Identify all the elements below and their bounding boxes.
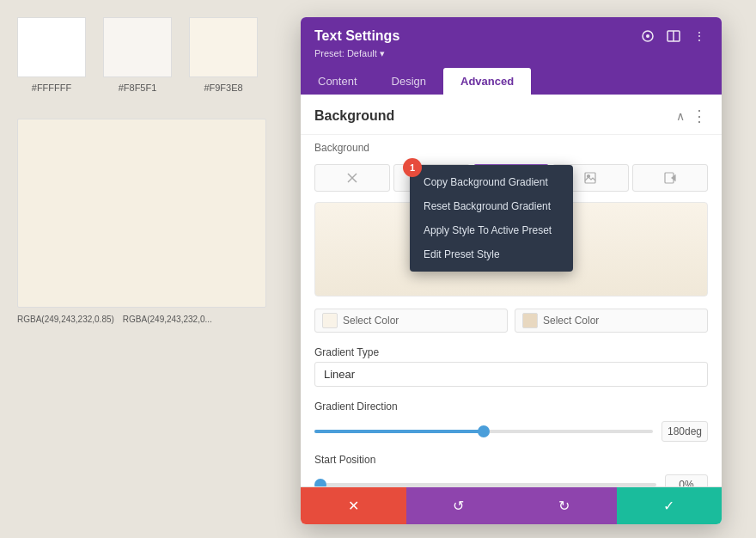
large-swatch-label-1: RGBA(249,243,232,0.85)	[17, 315, 114, 324]
gradient-direction-track[interactable]	[314, 430, 653, 433]
panel-icon-layout[interactable]	[665, 28, 682, 45]
start-position-track[interactable]	[314, 483, 656, 486]
color-stops-row: Select Color Select Color	[301, 302, 722, 339]
section-controls: ∧ ⋮	[676, 107, 708, 125]
context-item-edit[interactable]: Edit Preset Style	[410, 242, 573, 266]
panel-icon-group: ⋮	[639, 28, 708, 45]
start-position-thumb[interactable]	[314, 479, 326, 486]
tab-content[interactable]: Content	[301, 68, 375, 95]
swatch-row-top: #FFFFFF #F8F5F1 #F9F3E8	[17, 17, 275, 93]
section-title: Background	[314, 108, 394, 124]
panel-icon-settings[interactable]	[639, 28, 656, 45]
svg-marker-11	[672, 175, 675, 180]
color-stop-2[interactable]: Select Color	[515, 309, 708, 333]
swatch-box-f9f3e8	[189, 17, 258, 77]
gradient-direction-fill	[314, 430, 484, 433]
start-position-row: Start Position	[301, 447, 722, 466]
swatch-box-white	[17, 17, 86, 77]
panel-icon-more[interactable]: ⋮	[691, 28, 708, 45]
bg-type-video[interactable]	[632, 164, 708, 192]
tab-advanced[interactable]: Advanced	[443, 68, 531, 95]
large-swatch-area: RGBA(249,243,232,0.85) RGBA(249,243,232,…	[17, 119, 275, 324]
background-label: Background	[301, 135, 722, 159]
start-position-slider-row: 0%	[301, 469, 722, 486]
swatch-item-f8f5f1[interactable]: #F8F5F1	[103, 17, 172, 93]
context-menu-badge: 1	[403, 158, 422, 177]
gradient-direction-slider-row: 180deg	[301, 416, 722, 447]
svg-point-1	[646, 34, 649, 38]
color-swatch-mini-2	[522, 313, 538, 328]
gradient-type-select[interactable]: Linear Radial	[314, 362, 708, 387]
gradient-direction-label: Gradient Direction	[314, 400, 708, 413]
large-swatch-box	[17, 119, 266, 308]
color-stop-1[interactable]: Select Color	[314, 309, 508, 333]
more-options-icon[interactable]: ⋮	[692, 107, 708, 125]
color-stop-label-1: Select Color	[343, 315, 399, 327]
section-header: Background ∧ ⋮	[301, 95, 722, 135]
start-position-label: Start Position	[314, 454, 708, 466]
swatch-label-white: #FFFFFF	[32, 83, 71, 93]
start-position-value[interactable]: 0%	[665, 474, 708, 486]
color-stop-label-2: Select Color	[543, 315, 599, 327]
context-menu: 1 Copy Background Gradient Reset Backgro…	[410, 165, 573, 272]
large-swatch-labels: RGBA(249,243,232,0.85) RGBA(249,243,232,…	[17, 315, 275, 324]
background-swatches-area: #FFFFFF #F8F5F1 #F9F3E8 RGBA(249,243,232…	[0, 0, 292, 538]
swatch-item-white[interactable]: #FFFFFF	[17, 17, 86, 93]
swatch-box-f8f5f1	[103, 17, 172, 77]
reset-button[interactable]: ↺	[406, 487, 512, 524]
gradient-type-row: Gradient Type Linear Radial	[301, 339, 722, 394]
panel-tabs: Content Design Advanced	[301, 68, 722, 95]
panel-body: Background ∧ ⋮ Background	[301, 95, 722, 486]
redo-button[interactable]: ↻	[511, 487, 617, 524]
gradient-direction-thumb[interactable]	[478, 425, 490, 437]
panel-preset[interactable]: Preset: Default ▾	[314, 48, 708, 59]
swatch-label-f8f5f1: #F8F5F1	[119, 83, 157, 93]
cancel-button[interactable]: ✕	[301, 487, 406, 524]
large-swatch-label-2: RGBA(249,243,232,0...	[123, 315, 212, 324]
panel-footer: ✕ ↺ ↻ ✓	[301, 486, 722, 524]
gradient-direction-row: Gradient Direction	[301, 394, 722, 413]
swatch-item-f9f3e8[interactable]: #F9F3E8	[189, 17, 258, 93]
context-item-apply[interactable]: Apply Style To Active Preset	[410, 218, 573, 242]
panel-title-row: Text Settings ⋮	[314, 28, 708, 45]
color-swatch-mini-1	[322, 313, 338, 328]
bg-type-none[interactable]	[314, 164, 390, 192]
context-item-reset[interactable]: Reset Background Gradient	[410, 194, 573, 218]
gradient-type-label: Gradient Type	[314, 346, 708, 358]
tab-design[interactable]: Design	[375, 68, 443, 95]
context-item-copy[interactable]: Copy Background Gradient	[410, 170, 573, 194]
panel-title: Text Settings	[314, 28, 399, 44]
svg-rect-8	[585, 173, 595, 183]
swatch-label-f9f3e8: #F9F3E8	[204, 83, 242, 93]
collapse-icon[interactable]: ∧	[676, 109, 685, 123]
panel-header: Text Settings ⋮ Preset: Default ▾	[301, 17, 722, 68]
confirm-button[interactable]: ✓	[617, 487, 722, 524]
gradient-direction-value[interactable]: 180deg	[662, 421, 708, 442]
